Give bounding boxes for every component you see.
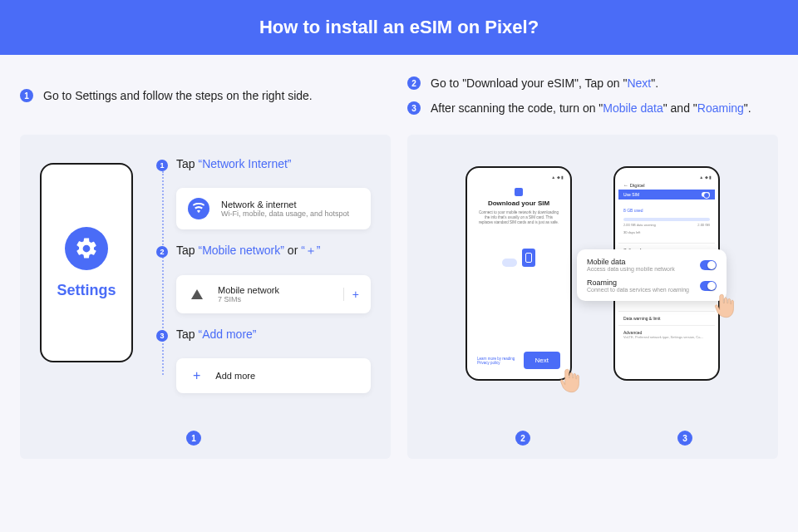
wifi-icon xyxy=(188,198,209,219)
intro-step-1: 1 Go to Settings and follow the steps on… xyxy=(20,89,313,102)
privacy-link: Learn more by reading Privacy policy xyxy=(477,357,524,365)
sim-card-icon xyxy=(522,249,535,267)
substep-2: 2 Tap “Mobile network” or “＋” xyxy=(156,244,371,259)
data-warning-row: Data warning & limit xyxy=(618,311,715,325)
step-badge-3: 3 xyxy=(407,101,421,115)
toggle-popover: Mobile data Access data using mobile net… xyxy=(577,249,727,301)
step-badge-2: 2 xyxy=(407,76,421,90)
mobile-data-row: Mobile data Access data using mobile net… xyxy=(587,258,717,272)
usage-days: 30 days left xyxy=(618,230,715,238)
plus-icon: + xyxy=(193,368,200,383)
mobile-data-toggle xyxy=(700,260,717,270)
substep-badge-3: 3 xyxy=(156,330,168,342)
mobile-data-sub: Access data using mobile network xyxy=(587,266,675,272)
keyword-add-more: “Add more” xyxy=(198,328,256,341)
keyword-network-internet: “Network Internet” xyxy=(198,157,291,170)
usage-bar xyxy=(623,218,710,221)
card-network-title: Network & internet xyxy=(221,200,349,209)
download-sim-footer: Learn more by reading Privacy policy Nex… xyxy=(470,347,567,374)
keyword-roaming: Roaming xyxy=(697,101,744,115)
keyword-plus: “＋” xyxy=(301,244,320,257)
panel-badge-3: 3 xyxy=(677,431,692,446)
status-bar: ▲ ◆ ▮ xyxy=(618,173,715,181)
intro-right: 2 Go to "Download your eSIM", Tap on "Ne… xyxy=(407,76,778,115)
left-substeps: 1 Tap “Network Internet” Network & inter… xyxy=(156,158,371,408)
step-badge-1: 1 xyxy=(20,89,33,102)
use-sim-toggle xyxy=(702,192,710,197)
card-mobile-network: Mobile network 7 SIMs + xyxy=(176,275,371,313)
right-panel-inner: ▲ ◆ ▮ Download your SIM Connect to your … xyxy=(427,158,758,381)
substep-1: 1 Tap “Network Internet” xyxy=(156,158,371,171)
cloud-icon xyxy=(502,259,517,267)
hand-cursor-icon xyxy=(559,367,582,394)
download-sim-illustration xyxy=(502,249,535,267)
intro-step-1-text: Go to Settings and follow the steps on t… xyxy=(43,89,313,102)
substep-3-text: Tap “Add more” xyxy=(176,328,257,341)
settings-gear-icon xyxy=(65,227,108,270)
settings-phone-mock: Settings xyxy=(40,163,133,362)
card-network-internet: Network & internet Wi-Fi, mobile, data u… xyxy=(176,188,371,229)
card-network-sub: Wi-Fi, mobile, data usage, and hotspot xyxy=(221,209,349,218)
intro-step-3: 3 After scanning the code, turn on "Mobi… xyxy=(407,101,778,115)
panels: Settings 1 Tap “Network Internet” xyxy=(20,135,778,459)
status-bar: ▲ ◆ ▮ xyxy=(470,173,567,181)
carrier-label: ← Digicel xyxy=(618,181,715,190)
substep-connector xyxy=(162,171,164,375)
card-add-more-title: Add more xyxy=(215,371,255,381)
usage-label: 8 GB used xyxy=(618,204,715,216)
card-mobile-title: Mobile network xyxy=(218,285,279,295)
phone-mock-download-sim: ▲ ◆ ▮ Download your SIM Connect to your … xyxy=(466,166,572,381)
right-panel: ▲ ◆ ▮ Download your SIM Connect to your … xyxy=(407,135,778,459)
download-sim-title: Download your SIM xyxy=(488,200,549,207)
phone-mock-sim-settings: ▲ ◆ ▮ ← Digicel Use SIM 8 GB used xyxy=(613,166,720,381)
roaming-toggle xyxy=(700,281,717,291)
card-mobile-text: Mobile network 7 SIMs xyxy=(218,285,279,303)
usage-sub: 2.00 GB data warning 2.00 GB xyxy=(618,223,715,230)
card-mobile-sub: 7 SIMs xyxy=(218,295,279,303)
signal-icon xyxy=(191,289,203,299)
substep-3: 3 Tap “Add more” xyxy=(156,328,371,342)
roaming-sub: Connect to data services when roaming xyxy=(587,287,689,293)
download-sim-desc: Connect to your mobile network by downlo… xyxy=(479,210,559,225)
substep-badge-2: 2 xyxy=(156,246,168,258)
settings-label: Settings xyxy=(57,282,116,299)
use-sim-label: Use SIM xyxy=(623,192,639,197)
page-content: 1 Go to Settings and follow the steps on… xyxy=(0,55,798,459)
substep-badge-1: 1 xyxy=(156,160,168,171)
card-add-more: + Add more xyxy=(176,358,371,393)
add-sim-plus-icon: + xyxy=(343,288,359,301)
left-panel-inner: Settings 1 Tap “Network Internet” xyxy=(40,158,371,408)
advanced-row: Advanced VoLTE, Preferred network type, … xyxy=(618,325,715,343)
card-network-text: Network & internet Wi-Fi, mobile, data u… xyxy=(221,200,349,218)
intro-steps: 1 Go to Settings and follow the steps on… xyxy=(20,76,778,115)
intro-step-2: 2 Go to "Download your eSIM", Tap on "Ne… xyxy=(407,76,778,90)
intro-left: 1 Go to Settings and follow the steps on… xyxy=(20,76,391,115)
sim-lock-icon xyxy=(515,188,523,196)
mobile-data-title: Mobile data xyxy=(587,258,675,266)
next-button: Next xyxy=(524,352,560,369)
substep-2-text: Tap “Mobile network” or “＋” xyxy=(176,244,321,259)
intro-step-3-text: After scanning the code, turn on "Mobile… xyxy=(431,101,751,115)
use-sim-row: Use SIM xyxy=(618,190,715,200)
page-title: How to install an eSIM on Pixel? xyxy=(259,17,539,38)
hand-cursor-icon xyxy=(713,293,736,319)
roaming-row: Roaming Connect to data services when ro… xyxy=(587,278,717,293)
panel-badge-1: 1 xyxy=(186,431,201,446)
substep-1-text: Tap “Network Internet” xyxy=(176,157,292,170)
download-sim-body: Download your SIM Connect to your mobile… xyxy=(470,181,567,347)
keyword-mobile-data: Mobile data xyxy=(603,101,663,115)
roaming-title: Roaming xyxy=(587,278,689,287)
page-header: How to install an eSIM on Pixel? xyxy=(0,0,798,55)
panel-badge-2: 2 xyxy=(515,431,530,446)
keyword-next: Next xyxy=(627,76,651,90)
keyword-mobile-network: “Mobile network” xyxy=(198,244,283,257)
intro-step-2-text: Go to "Download your eSIM", Tap on "Next… xyxy=(431,76,658,90)
left-panel: Settings 1 Tap “Network Internet” xyxy=(20,135,391,459)
